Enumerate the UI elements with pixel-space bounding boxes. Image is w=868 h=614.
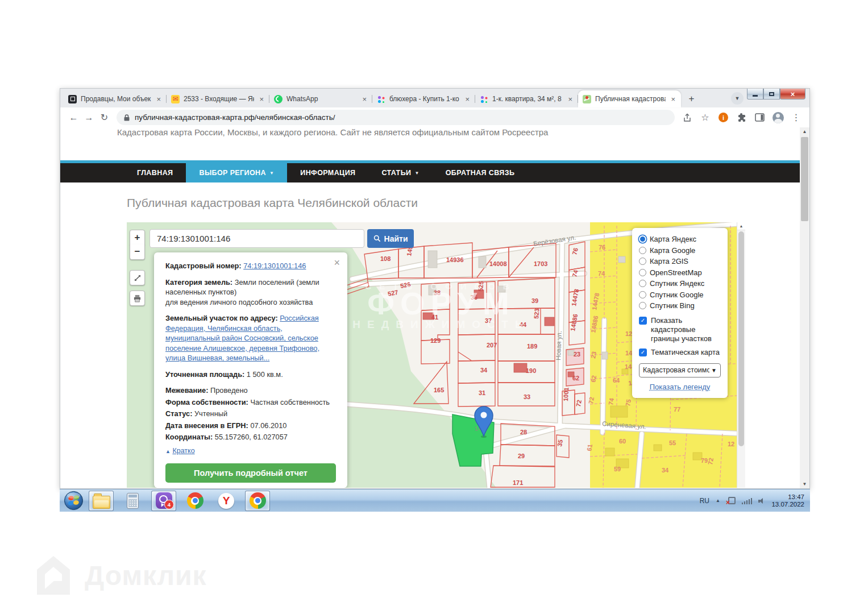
tab-close-icon[interactable]: ×: [155, 95, 162, 103]
basemap-option[interactable]: Карта Google: [639, 245, 721, 256]
explorer-taskbar-button[interactable]: [89, 491, 114, 511]
info-value-link[interactable]: 74:19:1301001:146: [243, 262, 306, 270]
zoom-in-button[interactable]: +: [130, 230, 145, 245]
radio-icon[interactable]: [639, 302, 646, 309]
info-value: Проведено: [210, 386, 248, 395]
radio-icon[interactable]: [639, 269, 646, 276]
search-input[interactable]: [149, 229, 364, 248]
browser-tab[interactable]: ✉2533 - Входящие — Ян×: [167, 90, 269, 107]
nav-item-label: ИНФОРМАЦИЯ: [300, 169, 355, 177]
overlay-option[interactable]: ✓Тематическая карта: [639, 348, 721, 357]
fullscreen-button[interactable]: [130, 270, 145, 285]
cadastral-map[interactable]: 1081491493614008170376745265273836525394…: [127, 222, 745, 488]
nav-item[interactable]: ВЫБОР РЕГИОНА▼: [186, 163, 287, 182]
domklik-watermark: Домклик: [31, 551, 207, 599]
browser-tab[interactable]: блюхера - Купить 1-ко×: [372, 90, 475, 107]
basemap-option[interactable]: Спутник Google: [639, 289, 721, 301]
avito-dots-icon: [377, 95, 385, 103]
parcel-label: 74: [598, 270, 605, 277]
nav-item-label: ОБРАТНАЯ СВЯЗЬ: [446, 169, 515, 177]
scroll-up-icon[interactable]: ▲: [737, 222, 745, 230]
map-scrollbar[interactable]: ▲: [737, 222, 745, 488]
show-legend-link[interactable]: Показать легенду: [650, 383, 711, 391]
parcel-label: 31: [479, 389, 485, 396]
calculator-icon: [127, 493, 139, 509]
back-button[interactable]: ←: [66, 113, 81, 123]
extensions-puzzle-icon[interactable]: [734, 113, 749, 122]
start-button[interactable]: [63, 490, 84, 511]
hidden-icons-button[interactable]: ▲: [716, 498, 720, 503]
tab-close-icon[interactable]: ×: [464, 95, 471, 103]
calculator-taskbar-button[interactable]: [120, 491, 145, 511]
signal-bars-icon[interactable]: [742, 497, 753, 504]
map-scrollbar-thumb[interactable]: [738, 231, 744, 446]
yandex-browser-taskbar-button[interactable]: Y: [214, 491, 239, 511]
share-icon[interactable]: [679, 113, 695, 122]
address-bar[interactable]: публичная-кадастровая-карта.рф/челябинск…: [117, 110, 675, 125]
print-button[interactable]: [130, 291, 145, 306]
nav-item[interactable]: ГЛАВНАЯ: [124, 163, 186, 182]
browser-tab[interactable]: 1-к. квартира, 34 м², 8×: [475, 90, 578, 107]
new-tab-button[interactable]: +: [684, 92, 699, 106]
tab-close-icon[interactable]: ×: [670, 95, 676, 103]
profile-avatar[interactable]: [770, 112, 786, 123]
chrome-window-taskbar-button[interactable]: [245, 491, 270, 511]
parcel-label: 75: [624, 399, 632, 406]
scroll-up-icon[interactable]: ▲: [800, 127, 809, 136]
network-disconnected-icon[interactable]: ×: [726, 497, 736, 505]
chrome-window-icon: [250, 492, 266, 509]
reload-button[interactable]: ↻: [97, 112, 112, 123]
overlay-option[interactable]: ✓Показать кадастровые границы участков: [639, 316, 721, 344]
basemap-option[interactable]: OpenStreetMap: [639, 267, 721, 279]
tab-close-icon[interactable]: ×: [361, 95, 368, 103]
parcel-label: 55: [669, 439, 676, 446]
tab-close-icon[interactable]: ×: [258, 95, 265, 103]
radio-icon[interactable]: [639, 258, 646, 265]
zoom-out-button[interactable]: −: [130, 244, 145, 260]
tab-search-button[interactable]: ▼: [731, 92, 744, 105]
detailed-report-button[interactable]: Получить подробный отчет: [165, 463, 336, 483]
window-close-button[interactable]: ×: [780, 89, 805, 99]
bookmark-star-icon[interactable]: ☆: [697, 112, 713, 123]
close-icon[interactable]: ×: [334, 258, 340, 268]
parcel-label: 1703: [534, 260, 547, 267]
viber-taskbar-button[interactable]: 4: [151, 491, 176, 511]
nav-item[interactable]: ОБРАТНАЯ СВЯЗЬ: [433, 163, 528, 182]
parcel-label: 12: [728, 441, 734, 447]
taskbar-clock[interactable]: 13:47 13.07.2022: [771, 493, 804, 508]
checkbox-icon[interactable]: ✓: [639, 317, 647, 325]
scroll-down-icon[interactable]: ▼: [800, 480, 809, 488]
tab-title: WhatsApp: [286, 95, 357, 103]
radio-icon[interactable]: [639, 291, 646, 298]
extension-badge-icon[interactable]: i: [716, 113, 731, 122]
nav-item[interactable]: ИНФОРМАЦИЯ: [287, 163, 368, 182]
browser-tab[interactable]: Публичная кадастрова×: [578, 90, 681, 107]
thematic-select[interactable]: Кадастровая стоимость уч ▼: [639, 363, 721, 377]
tab-close-icon[interactable]: ×: [567, 95, 574, 103]
basemap-option[interactable]: Спутник Bing: [639, 300, 721, 312]
search-button[interactable]: Найти: [367, 229, 414, 248]
parcel-label: 207: [487, 342, 497, 349]
radio-icon[interactable]: [639, 280, 646, 287]
page-scrollbar-thumb[interactable]: [801, 137, 808, 221]
basemap-option[interactable]: Карта Яндекс: [639, 234, 721, 245]
collapse-link[interactable]: ▲ Кратко: [165, 446, 336, 456]
side-panel-icon[interactable]: [752, 113, 767, 122]
radio-icon[interactable]: [639, 247, 646, 254]
overlay-label: Показать кадастровые границы участков: [651, 316, 721, 344]
checkbox-icon[interactable]: ✓: [639, 349, 647, 356]
radio-icon[interactable]: [639, 235, 646, 243]
window-maximize-button[interactable]: [763, 89, 780, 99]
volume-icon[interactable]: [758, 497, 765, 504]
browser-menu-icon[interactable]: ⋮: [788, 112, 804, 123]
nav-item[interactable]: СТАТЬИ▼: [368, 163, 432, 182]
page-scrollbar[interactable]: ▲ ▼: [800, 127, 809, 488]
chrome-taskbar-button[interactable]: [182, 491, 207, 511]
browser-tab[interactable]: Продавцы, Мои объек×: [64, 90, 167, 107]
forward-button[interactable]: →: [81, 113, 97, 123]
language-indicator[interactable]: RU: [700, 497, 709, 505]
basemap-option[interactable]: Карта 2GIS: [639, 256, 721, 267]
window-minimize-button[interactable]: [747, 89, 763, 99]
browser-tab[interactable]: WhatsApp×: [269, 90, 372, 107]
basemap-option[interactable]: Спутник Яндекс: [639, 278, 721, 289]
